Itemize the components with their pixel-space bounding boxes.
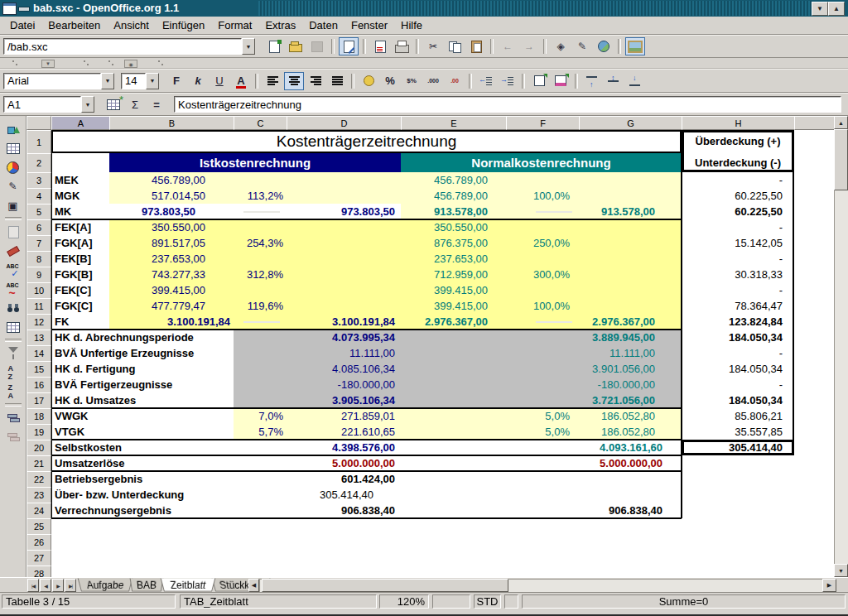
cell-C11[interactable]: 119,6% (234, 298, 287, 314)
cell-D23[interactable]: 305.414,40 (287, 487, 401, 503)
menu-extras[interactable]: Extras (258, 17, 302, 33)
sum-button[interactable]: Σ (125, 95, 145, 113)
sort-ascending-button[interactable] (3, 363, 23, 382)
cell-A19[interactable]: VTGK (51, 424, 109, 440)
font-name-dropdown-arrow-icon[interactable]: ▼ (101, 73, 114, 89)
name-box-dropdown-arrow-icon[interactable]: ▼ (81, 96, 94, 113)
row-header-14[interactable]: 14 (26, 345, 51, 362)
cell-B11[interactable]: 477.779,47 (109, 298, 234, 314)
hyperlink-target-icon[interactable]: ◉ (124, 60, 137, 68)
vertical-scrollbar[interactable]: ▲▼ (834, 116, 848, 577)
cell-D19[interactable]: 221.610,65 (287, 424, 401, 440)
open-button[interactable] (286, 37, 306, 55)
cell-G19[interactable]: 186.052,80 (579, 424, 682, 440)
cell-E4[interactable]: 456.789,00 (401, 188, 506, 204)
add-decimal-button[interactable] (423, 72, 443, 90)
toolbar-grip-icon[interactable] (12, 60, 18, 66)
row-header-10[interactable]: 10 (26, 282, 51, 299)
cell-G16[interactable]: -180.000,00 (579, 377, 682, 392)
cell-A20[interactable]: Selbstkosten (51, 440, 234, 455)
sort-descending-button[interactable] (3, 383, 23, 401)
toolbar-grip-icon[interactable] (108, 60, 114, 66)
autospellcheck-button[interactable] (3, 280, 23, 298)
row-header-11[interactable]: 11 (26, 298, 51, 315)
row-header-27[interactable]: 27 (26, 550, 51, 566)
vscroll-thumb[interactable] (834, 129, 848, 190)
status-sheet-name[interactable]: TAB_Zeitblatt (180, 594, 377, 609)
row-header-20[interactable]: 20 (26, 440, 51, 456)
cell-H17[interactable]: 184.050,34 (682, 392, 794, 408)
hscroll-left-icon[interactable]: ◀ (248, 579, 259, 592)
row-header-17[interactable]: 17 (26, 392, 51, 409)
stylist-button[interactable]: ✎ (572, 37, 592, 55)
bold-button[interactable]: F (166, 72, 186, 90)
row-header-28[interactable]: 28 (26, 565, 51, 577)
increase-indent-button[interactable] (498, 72, 518, 90)
cell-H8[interactable]: - (682, 251, 794, 267)
col-header-A[interactable]: A (51, 116, 110, 130)
cell-D22[interactable]: 601.424,00 (287, 471, 401, 487)
last-sheet-button[interactable]: ▶| (65, 579, 76, 592)
cell-A6[interactable]: FEK[A] (51, 219, 109, 235)
edit-file-button[interactable] (339, 37, 359, 55)
formula-input[interactable]: Kostenträgerzeitrechnung (174, 96, 841, 113)
cell-G24[interactable]: 906.838,40 (579, 503, 682, 518)
status-insert-mode[interactable] (432, 594, 470, 609)
cell-H16[interactable]: - (682, 377, 794, 392)
row-header-22[interactable]: 22 (26, 471, 51, 488)
cell-D20[interactable]: 4.398.576,00 (287, 440, 401, 455)
cell-D12[interactable]: 3.100.191,84 (287, 314, 401, 330)
cell-G18[interactable]: 186.052,80 (579, 408, 682, 424)
cell-A5[interactable]: MK (51, 204, 109, 219)
row-header-4[interactable]: 4 (26, 188, 51, 205)
url-input[interactable]: /bab.sxc (3, 38, 242, 55)
align-top-button[interactable] (582, 72, 602, 90)
cut-button[interactable]: ✂ (423, 37, 443, 55)
paste-button[interactable] (466, 37, 486, 55)
font-name-combo[interactable]: Arial (3, 73, 101, 89)
toolbar-grip-icon[interactable] (83, 60, 89, 66)
cell-G21[interactable]: 5.000.000,00 (579, 455, 682, 471)
col-header-G[interactable]: G (579, 116, 682, 130)
cell-A22[interactable]: Betriebsergebnis (51, 471, 234, 487)
background-color-button[interactable] (551, 72, 571, 90)
group-button[interactable] (3, 409, 23, 427)
cell-D13[interactable]: 4.073.995,34 (287, 330, 401, 345)
borders-button[interactable] (529, 72, 549, 90)
find-replace-button[interactable] (3, 299, 23, 317)
cell-A3[interactable]: MEK (51, 172, 109, 188)
draw-functions-button[interactable]: ✎ (3, 177, 23, 195)
cell-A16[interactable]: BVÄ Fertigerzeugnisse (51, 377, 234, 392)
status-zoom[interactable]: 120% (379, 594, 429, 609)
cell-H4[interactable]: 60.225,50 (682, 188, 794, 204)
align-center-button[interactable] (284, 72, 304, 90)
standard-format-button[interactable] (402, 72, 422, 90)
cell-F11[interactable]: 100,0% (506, 298, 579, 314)
menu-hilfe[interactable]: Hilfe (394, 17, 429, 33)
title-bar[interactable]: bab.sxc - OpenOffice.org 1.1 ▼ ▲ (0, 0, 848, 17)
cell-H11[interactable]: 78.364,47 (682, 298, 794, 314)
cell-B6[interactable]: 350.550,00 (109, 219, 234, 235)
cell-E10[interactable]: 399.415,00 (401, 282, 506, 298)
function-wizard-button[interactable] (104, 95, 123, 113)
col-header-C[interactable]: C (234, 116, 287, 130)
col-header-F[interactable]: F (506, 116, 580, 130)
name-box[interactable]: A1 (3, 96, 81, 113)
url-dropdown-arrow-icon[interactable]: ▼ (242, 38, 255, 55)
status-modified[interactable] (504, 594, 518, 609)
cell-B9[interactable]: 743.277,33 (109, 267, 234, 282)
cell-F9[interactable]: 300,0% (506, 267, 579, 282)
menu-fenster[interactable]: Fenster (344, 17, 394, 33)
cell-A11[interactable]: FGK[C] (51, 298, 109, 314)
cell-A17[interactable]: HK d. Umsatzes (51, 392, 234, 408)
cell-G12[interactable]: 2.976.367,00 (579, 314, 682, 330)
decrease-indent-button[interactable] (476, 72, 496, 90)
cell-E9[interactable]: 712.959,00 (401, 267, 506, 282)
next-sheet-button[interactable]: ▶ (52, 579, 64, 592)
row-header-2[interactable]: 2 (26, 153, 51, 173)
cell-A8[interactable]: FEK[B] (51, 251, 109, 267)
cell-A10[interactable]: FEK[C] (51, 282, 109, 298)
cell-G17[interactable]: 3.721.056,00 (579, 392, 682, 408)
status-sum[interactable]: Summe=0 (522, 594, 846, 609)
cell-B4[interactable]: 517.014,50 (109, 188, 234, 204)
